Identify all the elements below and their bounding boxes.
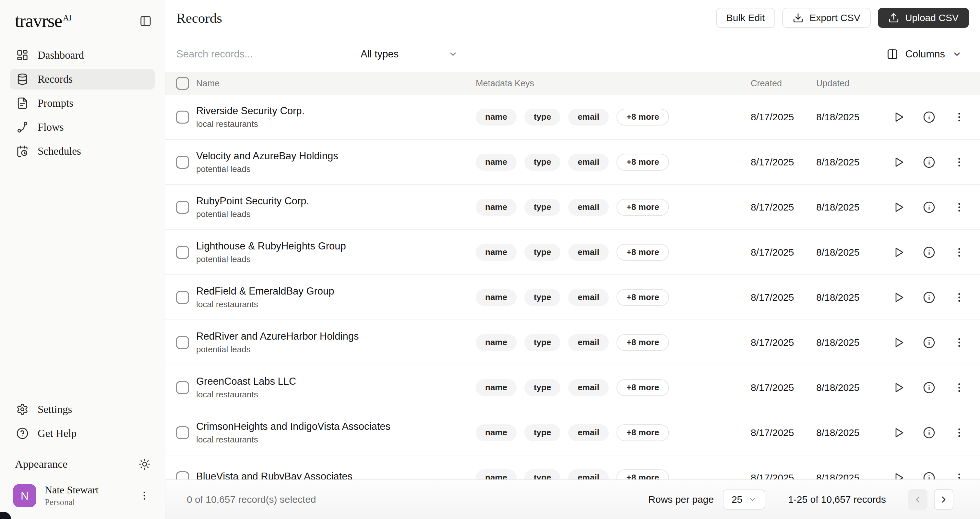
created-date: 8/17/2025 bbox=[751, 427, 816, 438]
record-name: Lighthouse & RubyHeights Group bbox=[196, 240, 476, 252]
upload-csv-button[interactable]: Upload CSV bbox=[878, 8, 969, 28]
row-checkbox[interactable] bbox=[176, 246, 189, 259]
record-range-text: 1-25 of 10,657 records bbox=[788, 494, 886, 505]
next-page-button[interactable] bbox=[934, 489, 953, 510]
row-checkbox[interactable] bbox=[176, 426, 189, 439]
play-icon[interactable] bbox=[893, 291, 905, 303]
sidebar-item-get-help[interactable]: Get Help bbox=[10, 423, 155, 444]
columns-button[interactable]: Columns bbox=[887, 48, 962, 60]
kebab-icon[interactable] bbox=[953, 247, 965, 258]
sidebar-item-prompts[interactable]: Prompts bbox=[10, 93, 155, 113]
search-input[interactable] bbox=[177, 48, 345, 60]
metadata-keys-cell: nametypeemail+8 more bbox=[476, 154, 751, 170]
sidebar-item-label: Schedules bbox=[38, 145, 81, 157]
row-checkbox[interactable] bbox=[176, 111, 189, 124]
kebab-icon[interactable] bbox=[953, 427, 965, 439]
sidebar-item-settings[interactable]: Settings bbox=[10, 399, 155, 420]
kebab-icon[interactable] bbox=[953, 337, 965, 349]
table-row[interactable]: Riverside Security Corp. local restauran… bbox=[165, 95, 980, 140]
kebab-icon[interactable] bbox=[953, 201, 965, 213]
kebab-icon[interactable] bbox=[953, 111, 965, 123]
user-menu-kebab-icon[interactable] bbox=[139, 490, 153, 501]
table-row[interactable]: RedRiver and AzureHarbor Holdings potent… bbox=[165, 320, 980, 365]
info-icon[interactable] bbox=[923, 291, 935, 304]
sidebar-item-schedules[interactable]: Schedules bbox=[10, 141, 155, 162]
table-row[interactable]: RedField & EmeraldBay Group local restau… bbox=[165, 275, 980, 320]
rows-per-page-label: Rows per page bbox=[648, 494, 714, 505]
info-icon[interactable] bbox=[923, 336, 935, 349]
sidebar-item-dashboard[interactable]: Dashboard bbox=[10, 45, 155, 65]
sidebar-toggle-icon[interactable] bbox=[140, 15, 152, 27]
user-card[interactable]: N Nate Stewart Personal bbox=[10, 484, 155, 507]
more-keys-chip[interactable]: +8 more bbox=[616, 424, 669, 441]
info-icon[interactable] bbox=[923, 111, 935, 123]
info-icon[interactable] bbox=[923, 246, 935, 258]
more-keys-chip[interactable]: +8 more bbox=[616, 199, 669, 216]
upload-icon bbox=[888, 12, 899, 23]
download-icon bbox=[792, 12, 803, 23]
column-header-name: Name bbox=[196, 78, 476, 89]
record-name: GreenCoast Labs LLC bbox=[196, 376, 476, 387]
table-row[interactable]: Lighthouse & RubyHeights Group potential… bbox=[165, 230, 980, 275]
row-actions bbox=[889, 156, 980, 168]
play-icon[interactable] bbox=[893, 111, 905, 123]
metadata-key-chip: email bbox=[568, 379, 609, 396]
more-keys-chip[interactable]: +8 more bbox=[616, 109, 669, 126]
metadata-keys-cell: nametypeemail+8 more bbox=[476, 470, 751, 480]
more-keys-chip[interactable]: +8 more bbox=[616, 470, 669, 480]
metadata-key-chip: email bbox=[568, 334, 609, 351]
app-logo: travrseAI bbox=[15, 12, 72, 30]
play-icon[interactable] bbox=[893, 382, 905, 393]
record-name: CrimsonHeights and IndigoVista Associate… bbox=[196, 421, 476, 432]
table-row[interactable]: GreenCoast Labs LLC local restaurants na… bbox=[165, 365, 980, 410]
more-keys-chip[interactable]: +8 more bbox=[616, 154, 669, 170]
table-row[interactable]: RubyPoint Security Corp. potential leads… bbox=[165, 185, 980, 230]
play-icon[interactable] bbox=[893, 472, 905, 480]
table-row[interactable]: BlueVista and RubyBay Associates nametyp… bbox=[165, 455, 980, 479]
kebab-icon[interactable] bbox=[953, 472, 965, 480]
kebab-icon[interactable] bbox=[953, 291, 965, 303]
play-icon[interactable] bbox=[893, 201, 905, 213]
more-keys-chip[interactable]: +8 more bbox=[616, 289, 669, 306]
sun-icon[interactable] bbox=[139, 459, 151, 470]
row-checkbox[interactable] bbox=[176, 336, 189, 349]
info-icon[interactable] bbox=[923, 427, 935, 439]
dashboard-icon bbox=[16, 49, 29, 61]
export-csv-button[interactable]: Export CSV bbox=[782, 8, 871, 28]
sidebar-item-flows[interactable]: Flows bbox=[10, 117, 155, 137]
sidebar-item-label: Dashboard bbox=[38, 49, 84, 61]
metadata-key-chip: email bbox=[568, 244, 609, 261]
previous-page-button[interactable] bbox=[908, 489, 928, 510]
row-checkbox[interactable] bbox=[176, 471, 189, 480]
row-checkbox[interactable] bbox=[176, 291, 189, 304]
row-checkbox[interactable] bbox=[176, 156, 189, 169]
more-keys-chip[interactable]: +8 more bbox=[616, 379, 669, 396]
play-icon[interactable] bbox=[893, 156, 905, 168]
metadata-key-chip: email bbox=[568, 424, 609, 441]
type-filter-select[interactable]: All types bbox=[361, 48, 458, 60]
info-icon[interactable] bbox=[923, 382, 935, 394]
row-checkbox[interactable] bbox=[176, 201, 189, 214]
bulk-edit-button[interactable]: Bulk Edit bbox=[716, 8, 775, 28]
play-icon[interactable] bbox=[893, 247, 905, 258]
row-checkbox[interactable] bbox=[176, 381, 189, 394]
info-icon[interactable] bbox=[923, 156, 935, 168]
select-all-checkbox[interactable] bbox=[176, 77, 189, 90]
info-icon[interactable] bbox=[923, 472, 935, 480]
play-icon[interactable] bbox=[893, 427, 905, 439]
rows-per-page-select[interactable]: 25 bbox=[723, 489, 765, 509]
record-subtitle: local restaurants bbox=[196, 435, 476, 445]
metadata-key-chip: type bbox=[524, 199, 560, 216]
table-row[interactable]: CrimsonHeights and IndigoVista Associate… bbox=[165, 410, 980, 455]
table-row[interactable]: Velocity and AzureBay Holdings potential… bbox=[165, 140, 980, 185]
kebab-icon[interactable] bbox=[953, 156, 965, 168]
sidebar-item-records[interactable]: Records bbox=[10, 69, 155, 89]
info-icon[interactable] bbox=[923, 201, 935, 213]
kebab-icon[interactable] bbox=[953, 382, 965, 393]
updated-date: 8/18/2025 bbox=[816, 472, 889, 480]
created-date: 8/17/2025 bbox=[751, 292, 816, 303]
more-keys-chip[interactable]: +8 more bbox=[616, 244, 669, 261]
more-keys-chip[interactable]: +8 more bbox=[616, 334, 669, 351]
help-circle-icon bbox=[16, 427, 29, 439]
play-icon[interactable] bbox=[893, 337, 905, 349]
